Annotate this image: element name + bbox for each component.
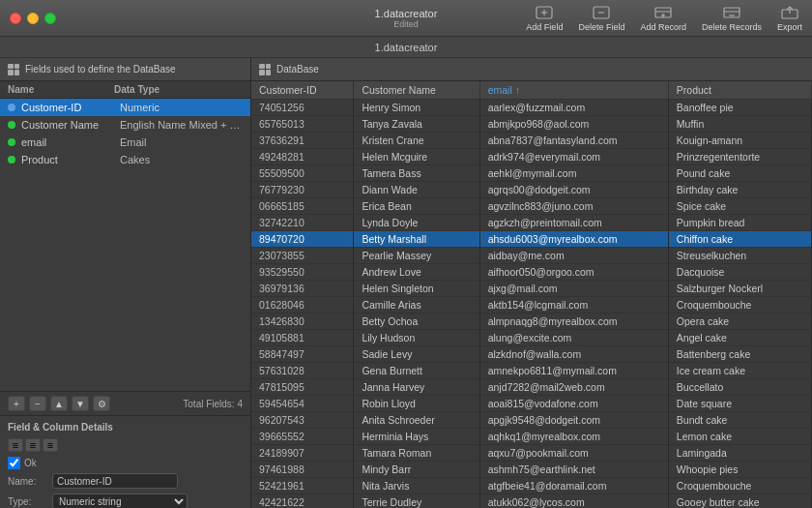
cell-product: Angel cake — [668, 330, 811, 346]
delete-field-button[interactable]: Delete Field — [578, 5, 624, 32]
grid-icon — [8, 64, 19, 75]
field-row[interactable]: Customer Name English Name Mixed + Surna… — [0, 116, 250, 134]
table-row[interactable]: 93529550 Andrew Love aifhoor050@orgoo.co… — [251, 264, 812, 281]
move-down-button[interactable]: ▼ — [72, 396, 89, 411]
table-row[interactable]: 58847497 Sadie Levy alzkdnof@walla.com B… — [251, 346, 812, 363]
table-row[interactable]: 49105881 Lily Hudson alung@excite.com An… — [251, 330, 812, 346]
field-row[interactable]: email Email — [0, 134, 250, 151]
table-row[interactable]: 39665552 Herminia Hays aqhkq1@myrealbox.… — [251, 429, 812, 445]
table-row[interactable]: 59454654 Robin Lloyd aoai815@vodafone.co… — [251, 396, 812, 412]
cell-email: aidbay@me.com — [479, 248, 668, 264]
table-row[interactable]: 37636291 Kristen Crane abna7837@fantasyl… — [251, 133, 812, 149]
remove-field-small-button[interactable]: − — [29, 396, 46, 411]
ok-checkbox-row: Ok — [8, 457, 243, 469]
add-record-button[interactable]: Add Record — [640, 5, 686, 32]
db-grid-icon — [259, 64, 271, 75]
cell-customer-id: 57631028 — [251, 363, 354, 379]
cell-customer-id: 55509500 — [251, 165, 354, 182]
cell-email: alzkdnof@walla.com — [479, 346, 668, 363]
cell-customer-name: Gena Burnett — [354, 363, 479, 379]
cell-product: Dacquoise — [668, 264, 811, 281]
cell-product: Prinzregententorte — [668, 149, 811, 165]
ok-checkbox[interactable] — [8, 457, 20, 469]
col-header-email[interactable]: email ↑ — [479, 81, 668, 100]
close-button[interactable] — [10, 13, 21, 24]
col-header-customer-name[interactable]: Customer Name — [354, 81, 479, 100]
align-left-button[interactable]: ≡ — [8, 438, 23, 452]
cell-customer-id: 49248281 — [251, 149, 354, 165]
field-dot — [8, 138, 15, 146]
table-row[interactable]: 89470720 Betty Marshall ahsdu6003@myreal… — [251, 231, 812, 248]
window-title: 1.datacreator — [375, 8, 438, 19]
field-row[interactable]: Product Cakes — [0, 151, 250, 168]
export-button[interactable]: Export — [777, 5, 802, 32]
type-select[interactable]: Numeric string — [52, 493, 188, 508]
cell-customer-name: Helen Singleton — [354, 281, 479, 297]
cell-email: aarlex@fuzzmail.com — [479, 100, 668, 116]
maximize-button[interactable] — [44, 13, 56, 24]
cell-customer-name: Henry Simon — [354, 100, 479, 116]
cell-product: Muffin — [668, 116, 811, 133]
export-icon — [780, 5, 799, 20]
fields-table-header: Name Data Type — [0, 81, 250, 99]
table-row[interactable]: 06665185 Erica Bean agvzilnc883@juno.com… — [251, 198, 812, 215]
table-body: 74051256 Henry Simon aarlex@fuzzmail.com… — [251, 100, 812, 509]
delete-records-button[interactable]: Delete Records — [702, 5, 762, 32]
cell-product: Lamingada — [668, 445, 811, 462]
field-row[interactable]: Customer-ID Numeric — [0, 99, 250, 116]
cell-email: abna7837@fantasyland.com — [479, 133, 668, 149]
cell-product: Opera cake — [668, 314, 811, 330]
cell-email: abmjkpo968@aol.com — [479, 116, 668, 133]
table-row[interactable]: 52421961 Nita Jarvis atgfbeie41@doramail… — [251, 478, 812, 494]
table-row[interactable]: 76779230 Diann Wade agrqs00@dodgeit.com … — [251, 182, 812, 198]
table-row[interactable]: 42421622 Terrie Dudley atukk062@lycos.co… — [251, 494, 812, 509]
col-header-customer-id[interactable]: Customer-ID — [251, 81, 354, 100]
table-row[interactable]: 96207543 Anita Schroeder apgjk9548@dodge… — [251, 412, 812, 429]
table-row[interactable]: 47815095 Janna Harvey anjd7282@mail2web.… — [251, 379, 812, 396]
type-row: Type: Numeric string — [8, 493, 243, 508]
cell-email: ahsdu6003@myrealbox.com — [479, 231, 668, 248]
cell-email: aifhoor050@orgoo.com — [479, 264, 668, 281]
align-right-button[interactable]: ≡ — [43, 438, 58, 452]
cell-customer-name: Tamera Bass — [354, 165, 479, 182]
table-row[interactable]: 49248281 Helen Mcguire adrk974@everymail… — [251, 149, 812, 165]
table-row[interactable]: 13426830 Betty Ochoa almpnaqg8@myrealbox… — [251, 314, 812, 330]
table-row[interactable]: 97461988 Mindy Barr ashmh75@earthlink.ne… — [251, 462, 812, 478]
cell-product: Ice cream cake — [668, 363, 811, 379]
table-row[interactable]: 55509500 Tamera Bass aehkl@mymail.com Po… — [251, 165, 812, 182]
align-center-button[interactable]: ≡ — [25, 438, 41, 452]
app-title-bar: 1.datacreator — [0, 37, 812, 58]
cell-customer-name: Andrew Love — [354, 264, 479, 281]
settings-small-button[interactable]: ⚙ — [93, 396, 110, 411]
table-row[interactable]: 74051256 Henry Simon aarlex@fuzzmail.com… — [251, 100, 812, 116]
cell-email: adrk974@everymail.com — [479, 149, 668, 165]
database-table-container[interactable]: Customer-ID Customer Name email ↑ Produc… — [251, 81, 812, 508]
minimize-button[interactable] — [27, 13, 39, 24]
table-row[interactable]: 36979136 Helen Singleton ajxg@mail.com S… — [251, 281, 812, 297]
fields-table: Customer-ID Numeric Customer Name Englis… — [0, 99, 250, 391]
traffic-lights[interactable] — [10, 13, 56, 24]
name-input[interactable] — [52, 473, 178, 489]
cell-customer-name: Helen Mcguire — [354, 149, 479, 165]
cell-customer-name: Robin Lloyd — [354, 396, 479, 412]
table-row[interactable]: 23073855 Pearlie Massey aidbay@me.com St… — [251, 248, 812, 264]
table-row[interactable]: 57631028 Gena Burnett amnekpo6811@mymail… — [251, 363, 812, 379]
cell-product: Kouign-amann — [668, 133, 811, 149]
table-row[interactable]: 01628046 Camille Arias aktb154@lcgmail.c… — [251, 297, 812, 314]
fields-bottom-bar: + − ▲ ▼ ⚙ Total Fields: 4 — [0, 391, 250, 415]
cell-customer-name: Lily Hudson — [354, 330, 479, 346]
cell-email: apgjk9548@dodgeit.com — [479, 412, 668, 429]
col-header-product[interactable]: Product — [668, 81, 811, 100]
cell-customer-id: 49105881 — [251, 330, 354, 346]
table-row[interactable]: 65765013 Tanya Zavala abmjkpo968@aol.com… — [251, 116, 812, 133]
table-row[interactable]: 32742210 Lynda Doyle agzkzh@preintomail.… — [251, 215, 812, 231]
move-up-button[interactable]: ▲ — [50, 396, 68, 411]
field-name-cell: email — [21, 136, 120, 148]
cell-email: ajxg@mail.com — [479, 281, 668, 297]
cell-product: Streuselkuchen — [668, 248, 811, 264]
add-field-button[interactable]: Add Field — [526, 5, 563, 32]
add-field-small-button[interactable]: + — [8, 396, 25, 411]
total-fields-label: Total Fields: 4 — [183, 399, 243, 409]
cell-customer-name: Mindy Barr — [354, 462, 479, 478]
table-row[interactable]: 24189907 Tamara Roman aqxu7@pookmail.com… — [251, 445, 812, 462]
